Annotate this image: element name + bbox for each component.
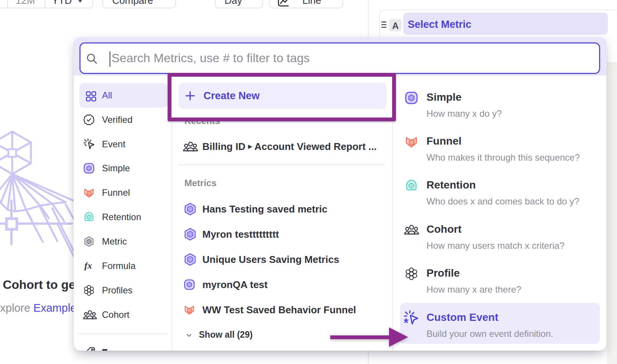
svg-text:fx: fx [84,261,92,271]
